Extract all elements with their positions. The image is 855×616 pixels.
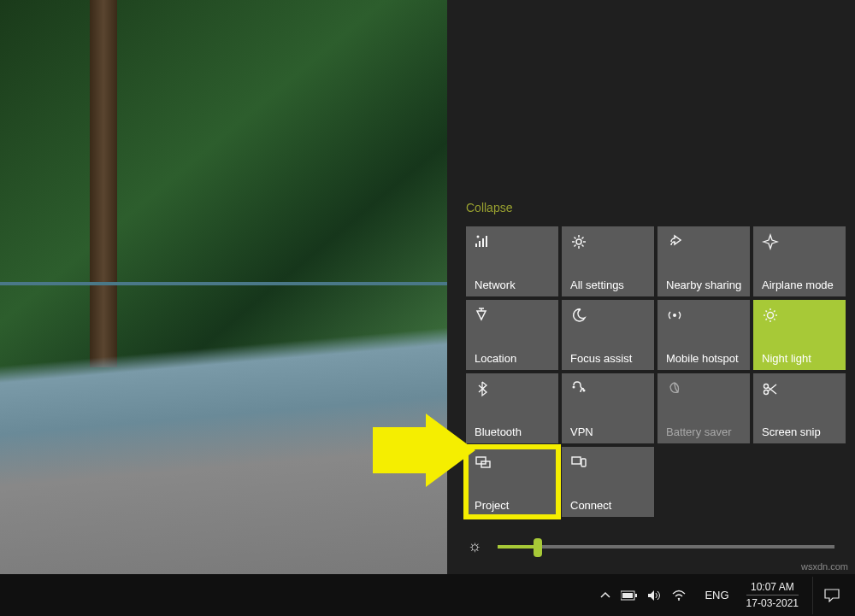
action-center-button[interactable] bbox=[812, 577, 850, 614]
sound-icon[interactable] bbox=[648, 590, 662, 601]
svg-point-3 bbox=[673, 314, 676, 317]
clock-time: 10:07 AM bbox=[746, 580, 799, 595]
battery-icon[interactable] bbox=[621, 590, 638, 601]
clock-date: 17-03-2021 bbox=[746, 596, 799, 610]
svg-rect-14 bbox=[622, 593, 633, 598]
brightness-icon: ☼ bbox=[468, 537, 482, 555]
vpn-icon bbox=[570, 380, 646, 401]
tile-label: Battery saver bbox=[666, 425, 741, 438]
annotation-arrow bbox=[373, 414, 475, 487]
tile-network[interactable]: Network bbox=[466, 226, 558, 296]
tile-mobile-hotspot[interactable]: Mobile hotspot bbox=[657, 300, 750, 370]
tile-label: All settings bbox=[570, 279, 646, 291]
taskbar-clock[interactable]: 10:07 AM 17-03-2021 bbox=[738, 580, 807, 610]
tile-airplane-mode[interactable]: Airplane mode bbox=[753, 226, 846, 296]
tile-battery-saver: Battery saver bbox=[657, 373, 750, 443]
tile-all-settings[interactable]: All settings bbox=[562, 226, 654, 296]
connect-icon bbox=[570, 454, 646, 474]
tile-label: Night light bbox=[762, 352, 837, 365]
system-tray[interactable] bbox=[590, 590, 696, 601]
tray-chevron-icon[interactable] bbox=[600, 590, 610, 601]
collapse-button[interactable]: Collapse bbox=[447, 194, 855, 226]
hotspot-icon bbox=[666, 307, 741, 327]
location-icon bbox=[475, 307, 550, 327]
tile-screen-snip[interactable]: Screen snip bbox=[753, 373, 846, 443]
bluetooth-icon bbox=[475, 380, 550, 401]
brightness-control: ☼ bbox=[447, 517, 855, 564]
gear-icon bbox=[570, 233, 646, 254]
taskbar: ENG 10:07 AM 17-03-2021 bbox=[0, 574, 855, 616]
svg-point-6 bbox=[583, 390, 586, 392]
svg-point-2 bbox=[576, 239, 581, 244]
svg-marker-0 bbox=[373, 414, 475, 487]
leaf-icon bbox=[666, 380, 741, 401]
svg-rect-12 bbox=[581, 459, 586, 466]
tile-nearby-sharing[interactable]: Nearby sharing bbox=[657, 226, 750, 296]
airplane-icon bbox=[762, 233, 837, 254]
tile-connect[interactable]: Connect bbox=[562, 447, 654, 517]
watermark-text: wsxdn.com bbox=[801, 561, 848, 572]
svg-point-8 bbox=[764, 390, 769, 395]
language-indicator[interactable]: ENG bbox=[696, 589, 737, 601]
action-center-panel: Collapse NetworkAll settingsNearby shari… bbox=[447, 0, 855, 574]
svg-point-7 bbox=[764, 384, 769, 389]
moon-icon bbox=[570, 307, 646, 327]
wifi-signal-icon bbox=[475, 233, 550, 254]
svg-rect-11 bbox=[572, 457, 581, 464]
brightness-slider[interactable] bbox=[498, 545, 835, 549]
tile-label: Airplane mode bbox=[762, 279, 837, 291]
project-icon bbox=[475, 454, 550, 474]
tile-label: Bluetooth bbox=[475, 425, 550, 438]
tile-label: Screen snip bbox=[762, 425, 837, 438]
tile-label: Network bbox=[475, 279, 550, 291]
tile-label: Location bbox=[475, 352, 550, 365]
snip-icon bbox=[762, 380, 837, 401]
svg-point-5 bbox=[573, 386, 575, 389]
share-icon bbox=[666, 233, 741, 254]
svg-point-1 bbox=[477, 236, 480, 238]
svg-point-16 bbox=[678, 599, 680, 601]
tile-label: Project bbox=[475, 499, 550, 512]
svg-point-4 bbox=[768, 313, 774, 319]
wifi-icon[interactable] bbox=[672, 590, 686, 601]
sun-icon bbox=[762, 307, 837, 327]
tile-project[interactable]: Project bbox=[466, 447, 558, 517]
tile-bluetooth[interactable]: Bluetooth bbox=[466, 373, 558, 443]
tile-focus-assist[interactable]: Focus assist bbox=[562, 300, 654, 370]
tile-label: Connect bbox=[570, 499, 646, 512]
tile-night-light[interactable]: Night light bbox=[753, 300, 846, 370]
quick-action-tiles: NetworkAll settingsNearby sharingAirplan… bbox=[447, 226, 855, 517]
tile-label: VPN bbox=[570, 425, 646, 438]
svg-rect-15 bbox=[635, 594, 637, 597]
wallpaper-detail bbox=[0, 282, 470, 402]
tile-label: Focus assist bbox=[570, 352, 646, 365]
tile-location[interactable]: Location bbox=[466, 300, 558, 370]
tile-vpn[interactable]: VPN bbox=[562, 373, 654, 443]
tile-label: Mobile hotspot bbox=[666, 352, 741, 365]
tile-label: Nearby sharing bbox=[666, 279, 741, 291]
